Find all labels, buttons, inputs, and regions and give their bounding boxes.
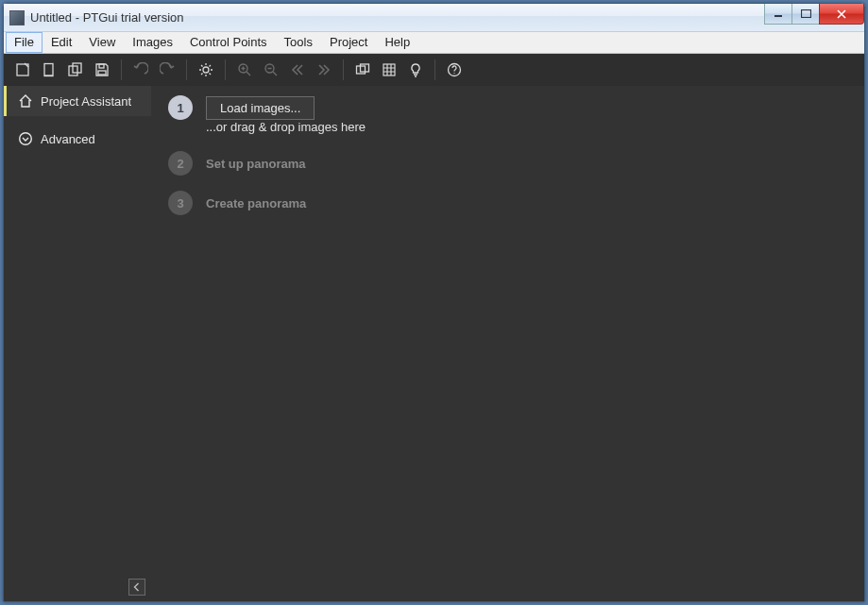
titlebar[interactable]: Untitled - PTGui trial version [4, 4, 864, 32]
toolbar-separator [186, 59, 187, 80]
sidebar-item-project-assistant[interactable]: Project Assistant [4, 86, 151, 116]
minimize-button[interactable] [764, 4, 792, 25]
step-2-label: Set up panorama [206, 157, 305, 171]
menubar: File Edit View Images Control Points Too… [4, 32, 864, 54]
svg-rect-7 [99, 64, 104, 68]
step-number-3: 3 [168, 191, 193, 215]
help-icon[interactable] [441, 57, 468, 83]
menu-view[interactable]: View [80, 32, 124, 53]
save-icon[interactable] [89, 57, 115, 83]
toolbar-separator [434, 59, 435, 80]
toolbar [4, 54, 864, 86]
zoom-in-icon[interactable] [231, 57, 258, 83]
step-3-row: 3 Create panorama [168, 191, 847, 215]
svg-point-16 [20, 133, 32, 145]
svg-point-15 [453, 73, 454, 74]
window-title: Untitled - PTGui trial version [30, 10, 184, 25]
svg-rect-1 [801, 10, 810, 18]
tips-icon[interactable] [402, 57, 429, 83]
svg-rect-0 [774, 15, 782, 17]
load-images-button[interactable]: Load images... [206, 96, 315, 120]
sidebar-item-label: Project Assistant [41, 94, 131, 109]
prev-icon[interactable] [284, 57, 311, 83]
collapse-sidebar-button[interactable] [128, 579, 145, 596]
next-icon[interactable] [311, 57, 337, 83]
svg-rect-3 [44, 64, 53, 76]
toolbar-separator [343, 59, 344, 80]
maximize-button[interactable] [791, 4, 820, 25]
sidebar-item-label: Advanced [41, 132, 95, 146]
drag-drop-hint: ...or drag & drop images here [168, 120, 847, 134]
home-icon [18, 93, 33, 109]
step-number-1: 1 [168, 95, 193, 120]
chevron-down-circle-icon [18, 131, 33, 146]
panorama-editor-icon[interactable] [349, 57, 376, 83]
close-button[interactable] [819, 4, 864, 25]
undo-icon[interactable] [128, 57, 154, 83]
menu-tools[interactable]: Tools [276, 32, 321, 53]
menu-file[interactable]: File [6, 32, 43, 53]
app-window: Untitled - PTGui trial version File Edit… [3, 3, 865, 602]
step-number-2: 2 [168, 151, 193, 176]
svg-rect-13 [383, 64, 395, 76]
zoom-out-icon[interactable] [258, 57, 284, 83]
menu-images[interactable]: Images [124, 32, 181, 53]
menu-project[interactable]: Project [321, 32, 376, 53]
menu-control-points[interactable]: Control Points [181, 32, 276, 53]
toolbar-separator [225, 59, 226, 80]
save-multi-icon[interactable] [62, 57, 89, 83]
step-1-row: 1 Load images... [168, 95, 847, 120]
window-controls [765, 4, 864, 25]
svg-rect-6 [98, 71, 106, 75]
step-3-label: Create panorama [206, 196, 306, 210]
new-project-icon[interactable] [9, 57, 36, 83]
menu-help[interactable]: Help [376, 32, 418, 53]
app-body: Project Assistant Advanced 1 Load images… [4, 86, 864, 601]
sidebar-item-advanced[interactable]: Advanced [4, 124, 151, 154]
open-icon[interactable] [36, 57, 62, 83]
sidebar: Project Assistant Advanced [4, 86, 151, 601]
svg-point-8 [203, 67, 209, 73]
main-panel[interactable]: 1 Load images... ...or drag & drop image… [151, 86, 864, 601]
menu-edit[interactable]: Edit [43, 32, 80, 53]
app-icon [9, 10, 25, 25]
redo-icon[interactable] [154, 57, 180, 83]
step-2-row: 2 Set up panorama [168, 151, 847, 176]
toolbar-separator [121, 59, 122, 80]
detail-viewer-icon[interactable] [376, 57, 402, 83]
settings-icon[interactable] [193, 57, 219, 83]
